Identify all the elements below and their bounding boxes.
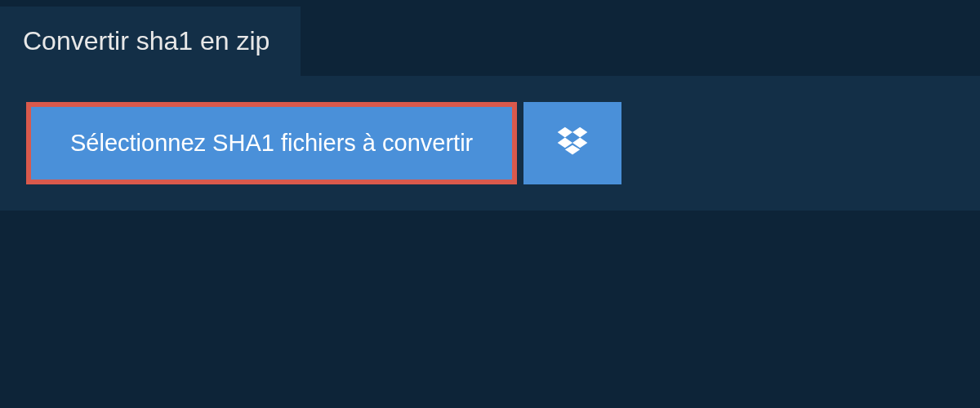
select-files-button[interactable]: Sélectionnez SHA1 fichiers à convertir — [26, 102, 517, 184]
button-row: Sélectionnez SHA1 fichiers à convertir — [26, 102, 954, 184]
dropbox-icon — [555, 124, 590, 163]
content-panel: Sélectionnez SHA1 fichiers à convertir — [0, 76, 980, 211]
dropbox-button[interactable] — [523, 102, 621, 184]
tab-title: Convertir sha1 en zip — [23, 26, 270, 55]
tab-header: Convertir sha1 en zip — [0, 7, 301, 76]
select-files-label: Sélectionnez SHA1 fichiers à convertir — [70, 130, 473, 157]
